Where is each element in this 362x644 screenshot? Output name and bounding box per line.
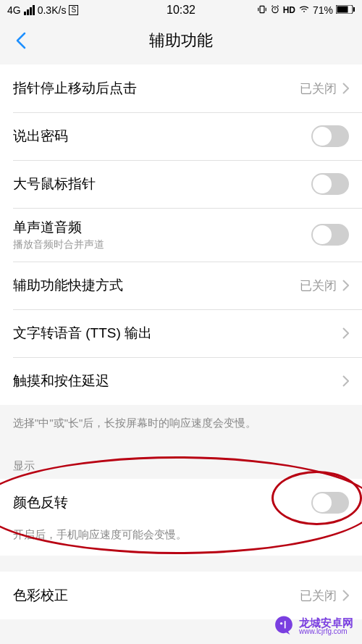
- chevron-left-icon: [16, 32, 26, 49]
- svg-line-6: [277, 5, 279, 6]
- status-right: HD 71%: [257, 4, 355, 17]
- row-label: 色彩校正: [13, 586, 68, 605]
- toggle-color-invert[interactable]: [311, 492, 349, 514]
- touch-hold-hint: 选择"中"或"长"后，长按屏幕时的响应速度会变慢。: [0, 405, 362, 443]
- watermark-url: www.lcjrfg.com: [299, 628, 353, 635]
- svg-point-3: [272, 7, 278, 12]
- toggle-speak-password[interactable]: [311, 125, 349, 147]
- toggle-mono-audio[interactable]: [311, 224, 349, 246]
- section-display: 显示: [0, 443, 362, 479]
- row-speak-password[interactable]: 说出密码: [0, 112, 362, 160]
- chevron-right-icon: [342, 327, 349, 339]
- vibrate-icon: [257, 4, 267, 17]
- color-invert-hint: 开启后，手机响应速度可能会变慢。: [0, 527, 362, 556]
- row-color-invert[interactable]: 颜色反转: [0, 479, 362, 527]
- network-type: 4G: [7, 4, 21, 16]
- status-time: 10:32: [167, 4, 195, 17]
- row-label: 触摸和按住延迟: [13, 372, 109, 390]
- toggle-large-cursor[interactable]: [311, 173, 349, 195]
- row-value: 已关闭: [300, 587, 337, 604]
- row-value: 已关闭: [300, 277, 337, 294]
- chevron-right-icon: [342, 590, 349, 601]
- row-value: 已关闭: [300, 80, 337, 97]
- row-label: 颜色反转: [13, 493, 68, 512]
- row-label: 说出密码: [13, 127, 68, 146]
- row-large-cursor[interactable]: 大号鼠标指针: [0, 160, 362, 208]
- data-speed: 0.3K/s: [38, 4, 67, 16]
- alarm-icon: [270, 4, 280, 17]
- row-pointer-click[interactable]: 指针停止移动后点击 已关闭: [0, 64, 362, 112]
- page-title: 辅助功能: [149, 30, 213, 51]
- row-shortcut[interactable]: 辅助功能快捷方式 已关闭: [0, 262, 362, 309]
- signal-icon: [24, 5, 35, 15]
- row-mono-audio[interactable]: 单声道音频 播放音频时合并声道: [0, 208, 362, 262]
- status-left: 4G 0.3K/s S: [7, 4, 78, 16]
- svg-line-5: [272, 5, 273, 6]
- row-tts[interactable]: 文字转语音 (TTS) 输出: [0, 309, 362, 357]
- wifi-icon: [298, 4, 310, 17]
- battery-percent: 71%: [313, 4, 333, 16]
- row-label: 文字转语音 (TTS) 输出: [13, 324, 152, 343]
- battery-icon: [336, 4, 355, 16]
- svg-point-11: [280, 622, 282, 624]
- row-label: 辅助功能快捷方式: [13, 276, 123, 295]
- svg-rect-9: [337, 7, 348, 13]
- back-button[interactable]: [9, 28, 33, 53]
- row-sublabel: 播放音频时合并声道: [13, 238, 104, 251]
- row-label: 单声道音频: [13, 218, 104, 237]
- hd-icon: HD: [283, 5, 295, 15]
- row-color-correct[interactable]: 色彩校正 已关闭: [0, 572, 362, 619]
- spacer: [0, 556, 362, 572]
- svg-point-7: [303, 11, 305, 12]
- chevron-right-icon: [342, 280, 349, 291]
- sim-icon: S: [69, 5, 78, 15]
- row-label: 大号鼠标指针: [13, 175, 96, 193]
- settings-list: 指针停止移动后点击 已关闭 说出密码 大号鼠标指针 单声道音频 播放音频时合并声…: [0, 64, 362, 619]
- row-touch-hold[interactable]: 触摸和按住延迟: [0, 357, 362, 405]
- chevron-right-icon: [342, 83, 349, 94]
- svg-rect-10: [353, 7, 355, 12]
- chevron-right-icon: [342, 375, 349, 387]
- svg-rect-0: [260, 6, 264, 12]
- header: 辅助功能: [0, 20, 362, 60]
- status-bar: 4G 0.3K/s S 10:32 HD 71%: [0, 0, 362, 20]
- row-label: 指针停止移动后点击: [13, 79, 137, 98]
